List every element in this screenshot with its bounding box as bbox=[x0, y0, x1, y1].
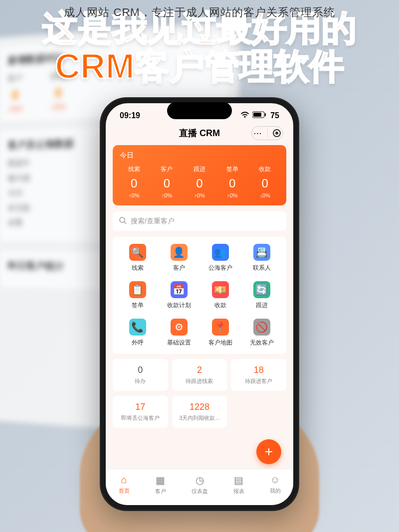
module-grid: 🔍 线索👤 客户👥 公海客户📇 联系人📋 签单📅 收款计划💴 收款🔄 跟进📞 外… bbox=[113, 237, 286, 354]
module-签单[interactable]: 📋 签单 bbox=[117, 281, 158, 310]
stat-col[interactable]: 收款 0 ↓0% bbox=[259, 165, 271, 198]
nav-icon: ☺ bbox=[270, 474, 281, 486]
stat-label: 线索 bbox=[128, 165, 140, 174]
nav-label: 仪表盘 bbox=[192, 488, 208, 494]
module-icon: 🔄 bbox=[253, 281, 270, 298]
module-icon: 📍 bbox=[212, 319, 229, 336]
task-label: 3天内到期收款... bbox=[175, 414, 224, 422]
module-label: 联系人 bbox=[241, 264, 282, 272]
task-label: 待跟进线索 bbox=[175, 377, 224, 385]
module-公海客户[interactable]: 👥 公海客户 bbox=[200, 244, 241, 272]
module-跟进[interactable]: 🔄 跟进 bbox=[241, 281, 282, 310]
module-客户地图[interactable]: 📍 客户地图 bbox=[200, 319, 241, 347]
module-label: 收款计划 bbox=[158, 301, 200, 310]
stat-col[interactable]: 跟进 0 ↑0% bbox=[194, 165, 205, 198]
stat-value: 0 bbox=[226, 177, 238, 190]
module-客户[interactable]: 👤 客户 bbox=[158, 244, 200, 272]
phone-screen: 09:19 75 直播 CRM ··· bbox=[106, 103, 293, 505]
app-title: 直播 CRM bbox=[148, 127, 251, 139]
add-button[interactable]: + bbox=[256, 439, 281, 464]
more-icon: ··· bbox=[254, 130, 262, 137]
miniprogram-menu-button[interactable]: ··· bbox=[251, 126, 283, 140]
svg-point-4 bbox=[120, 217, 125, 222]
module-icon: 📅 bbox=[171, 281, 188, 298]
stat-label: 收款 bbox=[259, 165, 271, 174]
module-label: 线索 bbox=[117, 264, 158, 272]
task-card[interactable]: 2 待跟进线索 bbox=[172, 359, 227, 391]
module-icon: 📇 bbox=[253, 244, 270, 261]
search-icon bbox=[119, 216, 127, 226]
nav-icon: ▤ bbox=[233, 474, 244, 486]
stat-value: 0 bbox=[259, 177, 271, 190]
task-row-1: 0 待办2 待跟进线索18 待跟进客户 bbox=[113, 359, 286, 391]
phone-notch bbox=[167, 102, 232, 119]
task-number: 17 bbox=[116, 402, 165, 412]
nav-客户[interactable]: ▦ 客户 bbox=[155, 474, 166, 495]
svg-rect-2 bbox=[253, 113, 261, 117]
task-number: 18 bbox=[234, 365, 283, 375]
module-icon: ⚙ bbox=[171, 319, 188, 336]
stat-change: ↑0% bbox=[161, 192, 173, 198]
module-icon: 📋 bbox=[129, 281, 146, 298]
module-icon: 👥 bbox=[212, 244, 229, 261]
search-input[interactable]: 搜索/查重客户 bbox=[113, 211, 286, 231]
module-label: 公海客户 bbox=[200, 264, 241, 272]
module-收款[interactable]: 💴 收款 bbox=[200, 281, 241, 310]
wifi-icon bbox=[240, 111, 249, 120]
module-icon: 👤 bbox=[171, 244, 188, 261]
task-card[interactable]: 18 待跟进客户 bbox=[231, 359, 286, 391]
module-收款计划[interactable]: 📅 收款计划 bbox=[158, 281, 200, 310]
nav-报表[interactable]: ▤ 报表 bbox=[233, 474, 244, 495]
task-card[interactable]: 1228 3天内到期收款... bbox=[172, 396, 227, 428]
today-label: 今日 bbox=[118, 151, 281, 160]
task-card[interactable]: 0 待办 bbox=[113, 359, 168, 391]
nav-仪表盘[interactable]: ◷ 仪表盘 bbox=[192, 474, 208, 495]
target-icon bbox=[273, 129, 281, 137]
top-caption: 成人网站 CRM，专注于成人网站的客户关系管理系统 bbox=[0, 5, 399, 20]
battery-icon bbox=[252, 111, 267, 120]
svg-line-5 bbox=[124, 222, 126, 224]
module-基础设置[interactable]: ⚙ 基础设置 bbox=[158, 319, 200, 347]
module-label: 客户地图 bbox=[200, 339, 241, 347]
module-icon: 💴 bbox=[212, 281, 229, 298]
module-label: 无效客户 bbox=[241, 339, 282, 347]
stat-col[interactable]: 签单 0 ↑0% bbox=[226, 165, 238, 198]
stat-change: ↑0% bbox=[194, 192, 205, 198]
search-placeholder: 搜索/查重客户 bbox=[131, 217, 175, 226]
stat-col[interactable]: 线索 0 ↑0% bbox=[128, 165, 140, 198]
phone-frame: 09:19 75 直播 CRM ··· bbox=[100, 97, 299, 511]
task-label: 待跟进客户 bbox=[234, 377, 283, 385]
module-icon: 🚫 bbox=[253, 319, 270, 336]
task-label: 待办 bbox=[116, 377, 165, 385]
stat-label: 跟进 bbox=[194, 165, 205, 174]
stat-change: ↑0% bbox=[226, 192, 238, 198]
headline-overlay: 这是我见过最好用的 CRM客户管理软件 bbox=[0, 9, 399, 86]
module-无效客户[interactable]: 🚫 无效客户 bbox=[241, 319, 282, 347]
task-label: 即将丢公海客户 bbox=[116, 414, 165, 422]
module-label: 收款 bbox=[200, 301, 241, 310]
module-联系人[interactable]: 📇 联系人 bbox=[241, 244, 282, 272]
module-icon: 📞 bbox=[129, 319, 146, 336]
task-row-2: 17 即将丢公海客户1228 3天内到期收款... bbox=[113, 396, 286, 428]
bottom-nav: ⌂ 首页▦ 客户◷ 仪表盘▤ 报表☺ 我的 bbox=[106, 469, 293, 505]
nav-我的[interactable]: ☺ 我的 bbox=[270, 474, 281, 495]
module-label: 客户 bbox=[158, 264, 200, 272]
stat-value: 0 bbox=[128, 177, 140, 190]
module-线索[interactable]: 🔍 线索 bbox=[117, 244, 158, 272]
stat-col[interactable]: 客户 0 ↑0% bbox=[161, 165, 173, 198]
nav-首页[interactable]: ⌂ 首页 bbox=[119, 474, 130, 495]
svg-point-0 bbox=[244, 116, 246, 118]
module-label: 跟进 bbox=[241, 301, 282, 310]
nav-label: 首页 bbox=[119, 488, 130, 494]
app-header: 直播 CRM ··· bbox=[106, 122, 293, 145]
nav-label: 客户 bbox=[155, 488, 166, 494]
battery-percent: 75 bbox=[270, 111, 279, 120]
module-icon: 🔍 bbox=[129, 244, 146, 261]
task-number: 0 bbox=[116, 365, 165, 375]
task-number: 1228 bbox=[175, 402, 224, 412]
status-time: 09:19 bbox=[120, 111, 140, 120]
module-外呼[interactable]: 📞 外呼 bbox=[117, 319, 158, 347]
task-number: 2 bbox=[175, 365, 224, 375]
stat-change: ↑0% bbox=[128, 192, 140, 198]
task-card[interactable]: 17 即将丢公海客户 bbox=[113, 396, 168, 428]
